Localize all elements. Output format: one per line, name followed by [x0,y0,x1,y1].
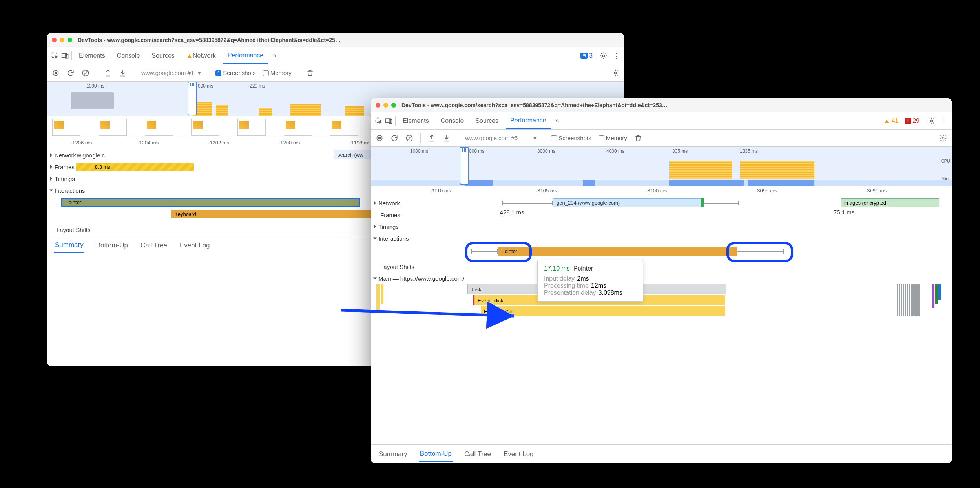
disclosure-triangle-icon[interactable] [374,201,376,205]
more-tabs-icon[interactable]: » [270,52,278,60]
maximize-icon[interactable] [68,38,72,42]
tab-event-log[interactable]: Event Log [179,238,211,252]
gear-icon[interactable] [927,117,935,125]
memory-checkbox[interactable]: Memory [263,69,292,77]
record-icon[interactable] [52,69,60,77]
svg-point-11 [931,120,933,122]
screenshots-checkbox[interactable]: Screenshots [551,135,591,142]
track-frames[interactable]: Frames 428.1 ms 75.1 ms [371,209,952,221]
frame-time: 75.1 ms [834,209,854,216]
disclosure-triangle-icon[interactable] [373,238,377,239]
tab-performance[interactable]: Performance [506,112,551,129]
disclosure-triangle-icon[interactable] [50,165,52,169]
tab-console[interactable]: Console [436,112,469,129]
kebab-icon[interactable]: ⋮ [612,52,620,60]
reload-icon[interactable] [67,69,75,77]
upload-icon[interactable] [428,134,436,142]
tab-elements[interactable]: Elements [398,112,434,129]
function-call-bar[interactable]: Function Call [481,306,725,316]
screenshot-thumbnail[interactable] [192,119,219,135]
gear-icon[interactable] [939,134,947,142]
close-icon[interactable] [52,38,57,42]
device-toggle-icon[interactable] [385,117,393,125]
window-title: DevTools - www.google.com/search?sca_esv… [75,37,619,43]
overview-playhead[interactable] [188,82,197,115]
disclosure-triangle-icon[interactable] [50,153,52,157]
tab-event-log[interactable]: Event Log [503,447,535,461]
tab-sources[interactable]: Sources [471,112,503,129]
request-whisker [502,203,553,204]
tab-sources[interactable]: Sources [147,47,179,64]
download-icon[interactable] [119,69,127,77]
tab-call-tree[interactable]: Call Tree [140,238,168,252]
traffic-lights [376,103,396,108]
close-icon[interactable] [376,103,380,108]
download-icon[interactable] [443,134,451,142]
network-request-bar[interactable]: images (encrypted [841,198,939,207]
device-toggle-icon[interactable] [61,52,69,60]
tab-network[interactable]: ▲ Network [182,47,221,64]
track-interaction-pointer[interactable]: Pointer [371,244,952,258]
trash-icon[interactable] [634,134,642,142]
reload-icon[interactable] [391,134,398,142]
tab-bottom-up[interactable]: Bottom-Up [95,238,129,252]
window-title: DevTools - www.google.com/search?sca_esv… [399,102,947,108]
more-tabs-icon[interactable]: » [553,117,561,125]
clear-icon[interactable] [405,134,413,142]
errors-badge[interactable]: !29 [905,117,920,124]
tab-call-tree[interactable]: Call Tree [464,447,492,461]
keyboard-interaction-bar[interactable]: Keyboard [171,210,379,218]
disclosure-triangle-icon[interactable] [50,177,52,181]
minimize-icon[interactable] [383,103,388,108]
memory-checkbox[interactable]: Memory [599,135,627,142]
tab-summary[interactable]: Summary [54,238,84,253]
screenshots-checkbox[interactable]: Screenshots [215,69,255,77]
track-main[interactable]: Main — https://www.google.com/ [371,272,952,284]
screenshot-thumbnail[interactable] [238,119,265,135]
frame-bar[interactable]: 8.3 ms [76,163,194,171]
tab-performance[interactable]: Performance [223,47,268,64]
gear-icon[interactable] [611,69,619,77]
issues-badge[interactable]: ⊟3 [580,52,593,59]
track-interactions[interactable]: Interactions [371,232,952,244]
disclosure-triangle-icon[interactable] [49,190,53,192]
timeline-ruler[interactable]: -3110 ms -3105 ms -3100 ms -3095 ms -309… [371,186,952,197]
disclosure-triangle-icon[interactable] [373,278,377,280]
network-url-clip: w.google.c [77,152,105,159]
kebab-icon[interactable]: ⋮ [940,117,948,125]
track-network[interactable]: Network gen_204 (www.google.com) images … [371,197,952,209]
minimize-icon[interactable] [60,38,64,42]
timeline-overview[interactable]: 1000 ms 000 ms 3000 ms 4000 ms 335 ms 13… [371,147,952,186]
tab-console[interactable]: Console [112,47,145,64]
profile-selector[interactable]: www.google.com #5▾ [465,135,537,142]
gear-icon[interactable] [600,52,608,60]
pointer-interaction-bar[interactable]: Pointer [61,198,360,207]
clear-icon[interactable] [82,69,89,77]
screenshot-thumbnail[interactable] [284,119,312,135]
pointer-interaction-bar[interactable]: Pointer [498,247,737,256]
disclosure-triangle-icon[interactable] [374,225,376,228]
cpu-label: CPU [941,159,950,163]
titlebar[interactable]: DevTools - www.google.com/search?sca_esv… [47,33,624,47]
warnings-badge[interactable]: ▲41 [884,117,899,124]
tab-summary[interactable]: Summary [378,447,408,461]
screenshot-thumbnail[interactable] [53,119,80,135]
track-timings[interactable]: Timings [371,221,952,232]
maximize-icon[interactable] [391,103,396,108]
upload-icon[interactable] [104,69,112,77]
inspect-icon[interactable] [375,117,383,125]
profile-selector[interactable]: www.google.com #1▾ [141,69,201,77]
overview-playhead[interactable] [460,147,469,185]
tab-bottom-up[interactable]: Bottom-Up [419,447,453,462]
titlebar[interactable]: DevTools - www.google.com/search?sca_esv… [371,98,952,112]
screenshot-thumbnail[interactable] [99,119,126,135]
track-layout-shifts[interactable]: Layout Shifts [371,261,952,272]
inspect-icon[interactable] [51,52,59,60]
screenshot-thumbnail[interactable] [330,119,358,135]
trash-icon[interactable] [306,69,314,77]
network-request-bar[interactable]: gen_204 (www.google.com) [553,198,702,207]
tab-elements[interactable]: Elements [74,47,110,64]
error-icon: ! [905,118,911,124]
record-icon[interactable] [376,134,383,142]
screenshot-thumbnail[interactable] [145,119,173,135]
